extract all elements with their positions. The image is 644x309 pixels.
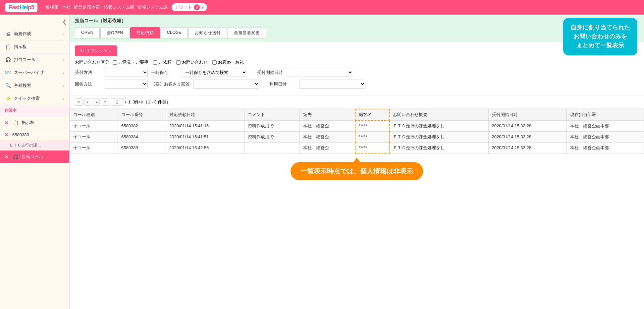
table-row[interactable]: 子コール 6580389 2020/01/14 15:42:56 本社 経営企 … — [70, 142, 644, 153]
sidebar-item-sv[interactable]: SV スーパーバイザ ∨ — [0, 66, 69, 79]
bubble-top-right: 自身に割り当てられた お問い合わせのみを まとめて一覧表示 — [563, 18, 637, 55]
cell-dest-0: 本社 経営企 — [299, 120, 355, 131]
nav-company[interactable]: 本社 — [62, 4, 71, 10]
data-table: コール種別 コール番号 対応依頼日時 コメント 宛先 顧客名 お問い合わせ概要 … — [70, 109, 644, 154]
refresh-label: リフレッシュ — [86, 48, 112, 54]
tab-change-staff[interactable]: 全担当者変更 — [228, 27, 266, 38]
tab-notify[interactable]: お知らせ送付 — [188, 27, 227, 38]
search-arrow-icon: ∨ — [62, 84, 65, 88]
check-praise[interactable]: お褒め・お礼 — [212, 59, 244, 65]
alert-button[interactable]: アラート 0 ▾ — [172, 3, 207, 11]
col-header-dept[interactable]: 現在担当部署 — [567, 109, 644, 120]
check-praise-input[interactable] — [212, 60, 217, 65]
working-label: 作業中 — [0, 105, 69, 116]
reception-start-label: 受付開始日時 — [257, 70, 284, 76]
nav-general[interactable]: 一般権限 — [41, 4, 59, 10]
sidebar-item-board[interactable]: 📋 掲示板 › — [0, 40, 69, 53]
bubble-line3: まとめて一覧表示 — [570, 41, 630, 50]
close-6580380-icon[interactable]: ✕ — [5, 132, 8, 137]
reception-start-select[interactable] — [287, 68, 353, 77]
nav-dept2[interactable]: 情報システム課 — [137, 4, 168, 10]
cell-start-1: 2020/01/14 15:32:28 — [488, 131, 567, 142]
cell-summary-2: ＥＴＣ走行の課金処理をし — [389, 142, 488, 153]
prev-page-button[interactable]: ‹ — [84, 98, 91, 106]
sidebar-item-working-6580380-label: 6580380 — [12, 132, 65, 137]
close-board-icon[interactable]: ✕ — [5, 120, 8, 125]
first-page-button[interactable]: « — [75, 98, 82, 106]
col-header-type[interactable]: コール種別 — [70, 109, 118, 120]
sidebar-sub-6580380[interactable]: ＥＴＣ走行の課… — [0, 141, 69, 151]
sidebar-item-call[interactable]: 🎧 担当コール ∨ — [0, 53, 69, 66]
inquiry-type-label: お問い合わせ区分 — [75, 59, 109, 65]
nav-items: 一般権限 本社 経営企画本部・情報システム部 情報システム課 — [41, 4, 168, 10]
nav-dept1[interactable]: 経営企画本部・情報システム部 — [74, 4, 134, 10]
cell-datetime-2: 2020/01/14 15:42:56 — [166, 142, 244, 153]
logo: FastHelp5 — [5, 3, 37, 12]
tab-open[interactable]: OPEN — [75, 27, 100, 38]
page-separator: / — [125, 99, 126, 104]
sidebar-item-working-board[interactable]: ✕ 📋 掲示板 › — [0, 116, 69, 129]
sidebar-item-quick[interactable]: ⚡ クイック検索 ∨ — [0, 92, 69, 105]
col-header-summary[interactable]: お問い合わせ概要 — [389, 109, 488, 120]
sidebar-collapse-button[interactable]: ❮ — [62, 19, 67, 25]
sidebar-item-new[interactable]: 🖨 新規作成 ∨ — [0, 28, 69, 40]
next-page-button[interactable]: › — [93, 98, 100, 106]
cell-number-1: 6580384 — [118, 131, 166, 142]
check-inquiry-label: お問い合わせ — [182, 59, 208, 65]
cell-number-2: 6580389 — [118, 142, 166, 153]
cell-start-0: 2020/01/14 15:32:28 — [488, 120, 567, 131]
col-header-dest[interactable]: 宛先 — [299, 109, 355, 120]
tantocall-icon: 🎧 — [12, 154, 19, 160]
check-inquiry-input[interactable] — [176, 60, 181, 65]
col-header-start[interactable]: 受付開始日時 — [488, 109, 567, 120]
reception-row: 受付方法 一時保存 一時保存を含めて検索 受付開始日時 — [75, 68, 639, 77]
customer-reply-label: 【要】お客さま回答 — [151, 81, 190, 87]
col-header-customer[interactable]: 顧客名 — [355, 109, 389, 120]
cell-type-1: 子コール — [70, 131, 118, 142]
table-row[interactable]: 子コール 6580382 2020/01/14 15:41:16 資料作成用で … — [70, 120, 644, 131]
sidebar-item-working-6580380[interactable]: ✕ 6580380 — [0, 129, 69, 141]
reply-method-select[interactable] — [105, 80, 148, 89]
col-header-datetime[interactable]: 対応依頼日時 — [166, 109, 244, 120]
check-opinion[interactable]: ご意見・ご要望 — [113, 59, 148, 65]
page-input[interactable] — [111, 98, 123, 106]
filters-area: ↻ リフレッシュ お問い合わせ区分 ご意見・ご要望 ご依頼 — [70, 41, 644, 95]
check-praise-label: お褒め・お礼 — [218, 59, 244, 65]
sidebar-item-search[interactable]: 🔍 各種検索 ∨ — [0, 79, 69, 92]
refresh-icon: ↻ — [80, 48, 84, 53]
check-opinion-label: ご意見・ご要望 — [118, 59, 148, 65]
inquiry-checkboxes: ご意見・ご要望 ご依頼 お問い合わせ お褒め・お礼 — [113, 59, 244, 65]
cell-dept-2: 本社 経営企画本部 — [567, 142, 644, 153]
board-arrow-icon: › — [64, 45, 65, 49]
customer-reply-select[interactable] — [193, 80, 259, 89]
reply-method-label: 回答方法 — [75, 81, 101, 87]
temp-save-select[interactable]: 一時保存を含めて検索 — [181, 68, 247, 77]
content-header: 担当コール（対応依頼） OPEN 全OPEN 対応依頼 CLOSE お知らせ送付… — [70, 15, 644, 41]
usage-date-label: 利用日付 — [269, 81, 296, 87]
check-request[interactable]: ご依頼 — [153, 59, 172, 65]
tab-close[interactable]: CLOSE — [161, 27, 188, 38]
table-row[interactable]: 子コール 6580384 2020/01/14 15:41:51 資料作成用で … — [70, 131, 644, 142]
check-inquiry[interactable]: お問い合わせ — [176, 59, 208, 65]
col-header-number[interactable]: コール番号 — [118, 109, 166, 120]
last-page-button[interactable]: » — [102, 98, 109, 106]
table-container: コール種別 コール番号 対応依頼日時 コメント 宛先 顧客名 お問い合わせ概要 … — [70, 109, 644, 154]
main-layout: ❮ 🖨 新規作成 ∨ 📋 掲示板 › 🎧 担当コール ∨ SV スーパーバイザ … — [0, 15, 644, 309]
cell-summary-1: ＥＴＣ走行の課金処理をし — [389, 131, 488, 142]
refresh-button[interactable]: ↻ リフレッシュ — [75, 45, 117, 56]
inquiry-type-row: お問い合わせ区分 ご意見・ご要望 ご依頼 お問い合わせ — [75, 59, 639, 65]
check-request-input[interactable] — [153, 60, 157, 65]
cell-number-0: 6580382 — [118, 120, 166, 131]
sidebar-item-working-tantocall[interactable]: ✕ 🎧 担当コール › — [0, 151, 69, 163]
reception-select[interactable] — [105, 68, 148, 77]
close-tantocall-icon[interactable]: ✕ — [5, 154, 8, 159]
reception-label: 受付方法 — [75, 70, 101, 76]
tab-response[interactable]: 対応依頼 — [130, 27, 160, 38]
check-opinion-input[interactable] — [113, 60, 117, 65]
sv-arrow-icon: ∨ — [62, 71, 65, 75]
quick-arrow-icon: ∨ — [62, 97, 65, 100]
usage-date-select[interactable] — [299, 80, 365, 89]
tab-all-open[interactable]: 全OPEN — [100, 27, 130, 38]
col-header-comment[interactable]: コメント — [244, 109, 299, 120]
alert-dropdown-icon: ▾ — [201, 5, 204, 10]
